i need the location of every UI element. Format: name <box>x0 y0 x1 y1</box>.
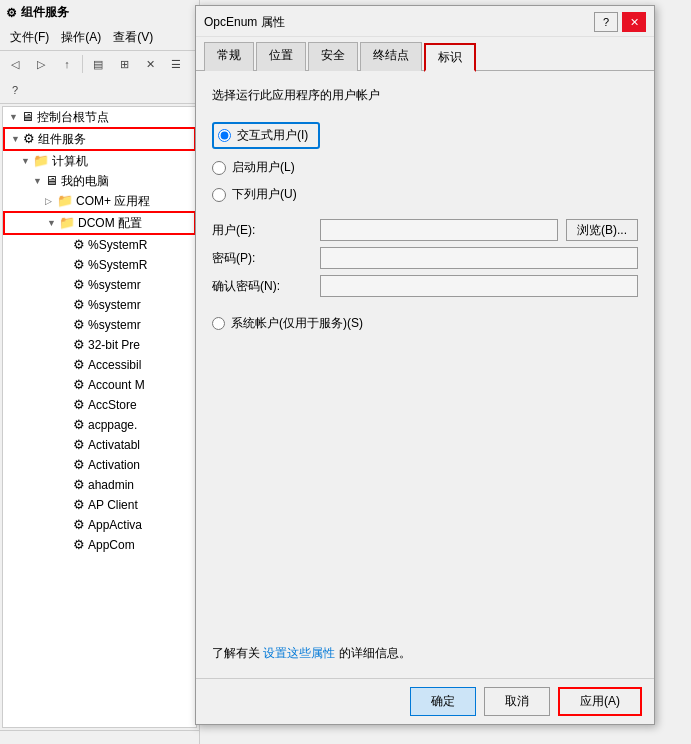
tree-node-acppage[interactable]: ▷ ⚙ acppage. <box>3 415 196 435</box>
tree-node-item7[interactable]: ▷ ⚙ Accessibil <box>3 355 196 375</box>
node-icon: ⚙ <box>73 536 85 554</box>
radio-following-label: 下列用户(U) <box>232 186 297 203</box>
tab-identity[interactable]: 标识 <box>424 43 476 72</box>
help-button[interactable]: ? <box>594 12 618 32</box>
tree-node-mycomp[interactable]: ▼ 🖥 我的电脑 <box>3 171 196 191</box>
dialog-window-controls: ? ✕ <box>594 12 646 32</box>
radio-interactive-label: 交互式用户(I) <box>237 127 308 144</box>
tree-node-activation[interactable]: ▷ ⚙ Activation <box>3 455 196 475</box>
toolbar-separator <box>82 55 83 73</box>
tab-security[interactable]: 安全 <box>308 42 358 71</box>
user-input[interactable] <box>320 219 558 241</box>
menu-actions[interactable]: 操作(A) <box>55 27 107 48</box>
info-link[interactable]: 设置这些属性 <box>263 646 335 660</box>
radio-interactive-highlight: 交互式用户(I) <box>212 122 320 149</box>
horizontal-scrollbar[interactable] <box>0 730 199 744</box>
radio-launching-option: 启动用户(L) <box>212 159 638 176</box>
tree-expand-dcom: ▼ <box>47 214 59 232</box>
radio-following-option: 下列用户(U) <box>212 186 638 203</box>
tab-bar: 常规 位置 安全 终结点 标识 <box>196 37 654 71</box>
confirm-input[interactable] <box>320 275 638 297</box>
radio-launching-label: 启动用户(L) <box>232 159 295 176</box>
toolbar-view2[interactable]: ⊞ <box>113 53 135 75</box>
node-icon: 📁 <box>33 152 49 170</box>
tree-expand-root: ▼ <box>9 108 21 126</box>
node-icon: ⚙ <box>73 396 85 414</box>
tree-node-complus[interactable]: ▷ 📁 COM+ 应用程 <box>3 191 196 211</box>
tree-node-apclient[interactable]: ▷ ⚙ AP Client <box>3 495 196 515</box>
info-text-prefix: 了解有关 <box>212 646 260 660</box>
tree-node-appcom[interactable]: ▷ ⚙ AppCom <box>3 535 196 555</box>
info-text-suffix: 的详细信息。 <box>339 646 411 660</box>
app-icon: ⚙ <box>6 6 17 20</box>
node-icon: 📁 <box>59 214 75 232</box>
tree-arrow: ▷ <box>61 236 73 254</box>
node-icon: 🖥 <box>45 172 58 190</box>
tree-node-item5[interactable]: ▷ ⚙ %systemr <box>3 315 196 335</box>
ok-button[interactable]: 确定 <box>410 687 476 716</box>
browse-button[interactable]: 浏览(B)... <box>566 219 638 241</box>
node-icon: ⚙ <box>73 236 85 254</box>
toolbar-props[interactable]: ☰ <box>165 53 187 75</box>
tree-view[interactable]: ▼ 🖥 控制台根节点 ▼ ⚙ 组件服务 ▼ 📁 计算机 ▼ 🖥 我的电脑 ▷ 📁 <box>2 106 197 728</box>
tree-node-appactiva[interactable]: ▷ ⚙ AppActiva <box>3 515 196 535</box>
tree-node-account[interactable]: ▷ ⚙ Account M <box>3 375 196 395</box>
node-icon: ⚙ <box>73 456 85 474</box>
tree-node-item4[interactable]: ▷ ⚙ %systemr <box>3 295 196 315</box>
tab-location[interactable]: 位置 <box>256 42 306 71</box>
tab-general[interactable]: 常规 <box>204 42 254 71</box>
node-icon: ⚙ <box>73 476 85 494</box>
tree-node-dcom[interactable]: ▼ 📁 DCOM 配置 <box>3 211 196 235</box>
node-icon: ⚙ <box>73 436 85 454</box>
tree-node-compserv[interactable]: ▼ ⚙ 组件服务 <box>3 127 196 151</box>
tree-node-item3[interactable]: ▷ ⚙ %systemr <box>3 275 196 295</box>
system-account-label: 系统帐户(仅用于服务)(S) <box>231 315 363 332</box>
node-icon: ⚙ <box>73 376 85 394</box>
system-account-option: 系统帐户(仅用于服务)(S) <box>212 315 638 332</box>
section-title: 选择运行此应用程序的用户帐户 <box>212 87 638 104</box>
tree-node-item6[interactable]: ▷ ⚙ 32-bit Pre <box>3 335 196 355</box>
close-button[interactable]: ✕ <box>622 12 646 32</box>
menu-file[interactable]: 文件(F) <box>4 27 55 48</box>
tree-node-item2[interactable]: ▷ ⚙ %SystemR <box>3 255 196 275</box>
node-icon: ⚙ <box>73 516 85 534</box>
tree-node-ahadmin[interactable]: ▷ ⚙ ahadmin <box>3 475 196 495</box>
radio-group: 交互式用户(I) 启动用户(L) 下列用户(U) <box>212 122 638 203</box>
node-icon: ⚙ <box>73 316 85 334</box>
cancel-button[interactable]: 取消 <box>484 687 550 716</box>
apply-button[interactable]: 应用(A) <box>558 687 642 716</box>
menu-bar: 文件(F) 操作(A) 查看(V) <box>0 25 199 51</box>
toolbar-delete[interactable]: ✕ <box>139 53 161 75</box>
node-icon: ⚙ <box>73 256 85 274</box>
menu-view[interactable]: 查看(V) <box>107 27 159 48</box>
tree-node-activatabl[interactable]: ▷ ⚙ Activatabl <box>3 435 196 455</box>
node-icon: ⚙ <box>23 130 35 148</box>
tab-endpoint[interactable]: 终结点 <box>360 42 422 71</box>
toolbar-view1[interactable]: ▤ <box>87 53 109 75</box>
info-link-section: 了解有关 设置这些属性 的详细信息。 <box>212 633 638 662</box>
toolbar-help[interactable]: ? <box>4 79 26 101</box>
tree-node-computers[interactable]: ▼ 📁 计算机 <box>3 151 196 171</box>
node-icon: ⚙ <box>73 356 85 374</box>
toolbar-back[interactable]: ◁ <box>4 53 26 75</box>
tree-node-accstore[interactable]: ▷ ⚙ AccStore <box>3 395 196 415</box>
password-input[interactable] <box>320 247 638 269</box>
dialog-content: 选择运行此应用程序的用户帐户 交互式用户(I) 启动用户(L) 下列用户(U) <box>196 71 654 678</box>
toolbar-forward[interactable]: ▷ <box>30 53 52 75</box>
app-title: ⚙ 组件服务 <box>0 0 199 25</box>
radio-launching[interactable] <box>212 161 226 175</box>
radio-interactive[interactable] <box>218 129 231 142</box>
tree-expand-compserv: ▼ <box>11 130 23 148</box>
node-icon: ⚙ <box>73 336 85 354</box>
tree-node-item1[interactable]: ▷ ⚙ %SystemR <box>3 235 196 255</box>
user-label: 用户(E): <box>212 222 312 239</box>
radio-following[interactable] <box>212 188 226 202</box>
radio-system[interactable] <box>212 317 225 330</box>
dialog-title: OpcEnum 属性 <box>204 14 285 31</box>
tree-node-root[interactable]: ▼ 🖥 控制台根节点 <box>3 107 196 127</box>
toolbar-up[interactable]: ↑ <box>56 53 78 75</box>
tree-expand-mycomp: ▼ <box>33 172 45 190</box>
node-icon: ⚙ <box>73 296 85 314</box>
radio-interactive-wrapper: 交互式用户(I) <box>212 122 638 149</box>
node-icon: ⚙ <box>73 416 85 434</box>
